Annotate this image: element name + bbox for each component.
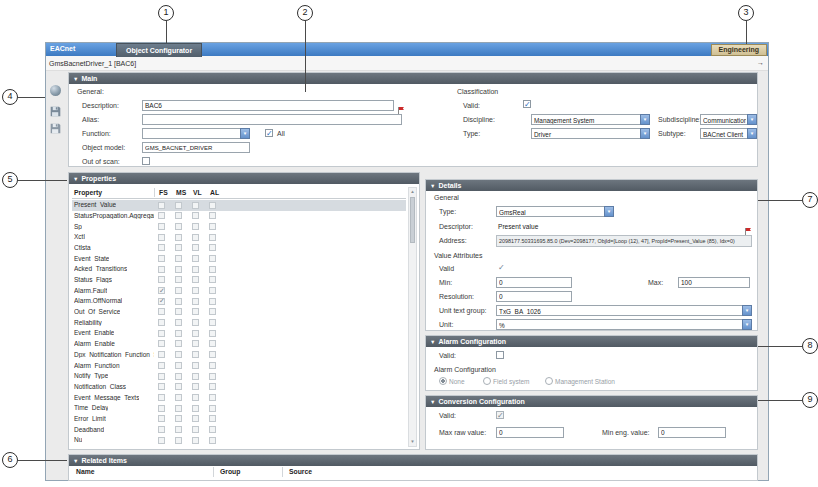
property-flag-checkbox[interactable]	[175, 330, 182, 337]
property-flag-checkbox[interactable]	[192, 244, 199, 251]
property-flag-checkbox[interactable]	[175, 212, 182, 219]
property-flag-checkbox[interactable]	[158, 394, 165, 401]
property-flag-checkbox[interactable]	[192, 234, 199, 241]
property-row[interactable]: Error_Limit	[72, 414, 406, 425]
property-row[interactable]: Sp	[72, 221, 406, 232]
property-flag-checkbox[interactable]	[192, 362, 199, 369]
property-flag-checkbox[interactable]	[175, 373, 182, 380]
property-flag-checkbox[interactable]	[158, 405, 165, 412]
property-flag-checkbox[interactable]	[175, 202, 182, 209]
property-flag-checkbox[interactable]	[175, 266, 182, 273]
type-dropdown[interactable]: Driver ▼	[531, 128, 650, 139]
column-ms[interactable]: MS	[176, 189, 186, 196]
property-flag-checkbox[interactable]	[192, 330, 199, 337]
property-flag-checkbox[interactable]	[209, 405, 216, 412]
column-source[interactable]: Source	[289, 468, 312, 475]
property-flag-checkbox[interactable]	[209, 437, 216, 444]
scroll-down-icon[interactable]: ▼	[409, 438, 416, 446]
column-vl[interactable]: VL	[193, 189, 202, 196]
property-flag-checkbox[interactable]	[158, 437, 165, 444]
properties-section-header[interactable]: ▼Properties	[69, 173, 419, 184]
details-section-header[interactable]: ▼Details	[426, 180, 757, 191]
tab-object-configurator[interactable]: Object Configurator	[116, 43, 202, 57]
main-section-header[interactable]: ▼Main	[69, 73, 757, 84]
property-flag-checkbox[interactable]	[192, 394, 199, 401]
function-dropdown[interactable]: ▼	[142, 128, 250, 139]
property-flag-checkbox[interactable]	[192, 426, 199, 433]
property-flag-checkbox[interactable]	[209, 373, 216, 380]
property-flag-checkbox[interactable]	[158, 234, 165, 241]
property-flag-checkbox[interactable]	[158, 351, 165, 358]
property-flag-checkbox[interactable]	[192, 340, 199, 347]
property-row[interactable]: Status_Flags	[72, 275, 406, 286]
property-flag-checkbox[interactable]	[158, 298, 165, 305]
property-flag-checkbox[interactable]	[158, 330, 165, 337]
description-input[interactable]	[142, 100, 394, 111]
min-eng-value-input[interactable]	[658, 427, 726, 438]
dock-arrow-icon[interactable]: →	[757, 59, 764, 66]
property-row[interactable]: Alarm_Enable	[72, 339, 406, 350]
alarm-configuration-header[interactable]: ▼Alarm Configuration	[426, 336, 757, 347]
property-flag-checkbox[interactable]	[209, 266, 216, 273]
property-row[interactable]: Event_Enable	[72, 328, 406, 339]
classification-valid-checkbox[interactable]	[523, 100, 531, 108]
property-flag-checkbox[interactable]	[158, 212, 165, 219]
property-flag-checkbox[interactable]	[192, 373, 199, 380]
property-flag-checkbox[interactable]	[175, 255, 182, 262]
column-al[interactable]: AL	[210, 189, 219, 196]
property-row[interactable]: Reliability	[72, 318, 406, 329]
engineering-mode-button[interactable]: Engineering	[711, 44, 767, 56]
property-flag-checkbox[interactable]	[209, 383, 216, 390]
property-flag-checkbox[interactable]	[175, 276, 182, 283]
conversion-valid-checkbox[interactable]	[496, 411, 504, 419]
property-row[interactable]: StatusPropagation.Aggregat	[72, 211, 406, 222]
alias-input[interactable]	[142, 114, 402, 125]
property-flag-checkbox[interactable]	[175, 415, 182, 422]
property-flag-checkbox[interactable]	[192, 415, 199, 422]
property-flag-checkbox[interactable]	[175, 351, 182, 358]
property-flag-checkbox[interactable]	[175, 426, 182, 433]
property-row[interactable]: Xctl	[72, 232, 406, 243]
property-flag-checkbox[interactable]	[175, 234, 182, 241]
property-flag-checkbox[interactable]	[158, 202, 165, 209]
property-flag-checkbox[interactable]	[158, 266, 165, 273]
property-flag-checkbox[interactable]	[192, 437, 199, 444]
property-flag-checkbox[interactable]	[192, 202, 199, 209]
properties-scrollbar[interactable]: ▲ ▼	[408, 187, 417, 447]
scrollbar-thumb[interactable]	[410, 197, 415, 243]
alarm-option-none[interactable]: None	[439, 377, 465, 385]
property-flag-checkbox[interactable]	[209, 287, 216, 294]
property-flag-checkbox[interactable]	[175, 383, 182, 390]
sync-icon[interactable]	[50, 85, 63, 98]
property-flag-checkbox[interactable]	[158, 308, 165, 315]
unit-dropdown[interactable]: % ▼	[496, 319, 752, 330]
alarm-valid-checkbox[interactable]	[496, 351, 504, 359]
property-flag-checkbox[interactable]	[175, 340, 182, 347]
property-flag-checkbox[interactable]	[175, 405, 182, 412]
column-group[interactable]: Group	[220, 468, 240, 475]
property-flag-checkbox[interactable]	[209, 308, 216, 315]
property-flag-checkbox[interactable]	[175, 244, 182, 251]
property-flag-checkbox[interactable]	[192, 319, 199, 326]
alarm-option-management-station[interactable]: Management Station	[545, 377, 615, 385]
property-flag-checkbox[interactable]	[158, 223, 165, 230]
property-row[interactable]: Present_Value	[72, 200, 406, 211]
property-flag-checkbox[interactable]	[175, 319, 182, 326]
unit-text-group-dropdown[interactable]: TxG_BA_1026 ▼	[496, 305, 752, 316]
property-flag-checkbox[interactable]	[209, 234, 216, 241]
property-flag-checkbox[interactable]	[158, 244, 165, 251]
property-row[interactable]: Ctlsta	[72, 243, 406, 254]
property-row[interactable]: Alarm_Function	[72, 360, 406, 371]
property-flag-checkbox[interactable]	[175, 223, 182, 230]
object-model-input[interactable]	[142, 142, 250, 153]
property-row[interactable]: Out_Of_Service	[72, 307, 406, 318]
property-flag-checkbox[interactable]	[192, 383, 199, 390]
subdiscipline-dropdown[interactable]: Communication ▼	[700, 114, 757, 125]
property-flag-checkbox[interactable]	[209, 223, 216, 230]
property-row[interactable]: Time_Delay	[72, 403, 406, 414]
property-row[interactable]: Event_State	[72, 253, 406, 264]
property-flag-checkbox[interactable]	[175, 308, 182, 315]
property-flag-checkbox[interactable]	[192, 351, 199, 358]
property-flag-checkbox[interactable]	[209, 426, 216, 433]
resolution-input[interactable]	[496, 291, 572, 302]
